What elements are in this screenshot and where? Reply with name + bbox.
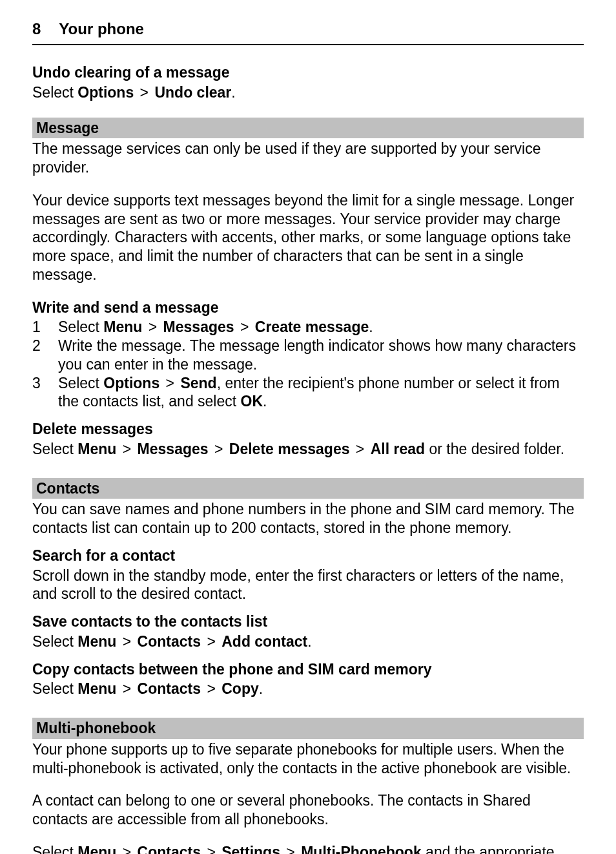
text: Select bbox=[32, 84, 77, 101]
text-message-p2: Your device supports text messages beyon… bbox=[32, 191, 584, 284]
label-menu: Menu bbox=[77, 844, 116, 854]
text-message-p1: The message services can only be used if… bbox=[32, 140, 584, 177]
text-save-contacts: Select Menu > Contacts > Add contact. bbox=[32, 632, 584, 651]
separator-gt: > bbox=[116, 441, 137, 457]
label-create-message: Create message bbox=[255, 318, 369, 335]
separator-gt: > bbox=[116, 680, 137, 697]
label-contacts: Contacts bbox=[138, 844, 201, 854]
list-number: 2 bbox=[32, 337, 58, 355]
list-item: 3 Select Options > Send, enter the recip… bbox=[32, 374, 584, 411]
heading-save-contacts: Save contacts to the contacts list bbox=[32, 612, 584, 631]
label-delete-messages: Delete messages bbox=[229, 441, 350, 457]
label-menu: Menu bbox=[77, 680, 116, 697]
heading-delete-messages: Delete messages bbox=[32, 420, 584, 439]
text-search-contact: Scroll down in the standby mode, enter t… bbox=[32, 567, 584, 604]
heading-write-send: Write and send a message bbox=[32, 298, 584, 317]
text: . bbox=[231, 84, 235, 101]
separator-gt: > bbox=[201, 680, 221, 697]
text: . bbox=[369, 318, 373, 335]
separator-gt: > bbox=[142, 318, 163, 335]
ordered-list-write: 1 Select Menu > Messages > Create messag… bbox=[32, 318, 584, 411]
text: . bbox=[259, 680, 263, 697]
separator-gt: > bbox=[234, 318, 255, 335]
label-messages: Messages bbox=[163, 318, 234, 335]
text: Select bbox=[32, 844, 77, 854]
text-copy-contacts: Select Menu > Contacts > Copy. bbox=[32, 680, 584, 698]
text: Select bbox=[32, 680, 77, 697]
text: or the desired folder. bbox=[425, 441, 564, 457]
text-multi-select: Select Menu > Contacts > Settings > Mult… bbox=[32, 843, 584, 854]
separator-gt: > bbox=[116, 844, 137, 854]
text-delete-steps: Select Menu > Messages > Delete messages… bbox=[32, 440, 584, 459]
text: Select bbox=[32, 633, 77, 650]
list-body: Select Options > Send, enter the recipie… bbox=[58, 374, 584, 411]
label-send: Send bbox=[180, 375, 216, 391]
text: Select bbox=[58, 375, 103, 391]
label-contacts: Contacts bbox=[138, 633, 201, 650]
label-ok: OK bbox=[241, 393, 263, 410]
separator-gt: > bbox=[280, 844, 301, 854]
section-bar-contacts: Contacts bbox=[32, 478, 584, 499]
text: Select bbox=[32, 441, 77, 457]
separator-gt: > bbox=[159, 375, 180, 391]
separator-gt: > bbox=[134, 84, 154, 101]
list-item: 2 Write the message. The message length … bbox=[32, 337, 584, 374]
label-copy: Copy bbox=[221, 680, 259, 697]
label-menu: Menu bbox=[103, 318, 142, 335]
section-bar-multiphonebook: Multi-phonebook bbox=[32, 718, 584, 739]
text: . bbox=[307, 633, 311, 650]
text-undo-steps: Select Options > Undo clear. bbox=[32, 83, 584, 102]
label-options: Options bbox=[103, 375, 159, 391]
list-number: 3 bbox=[32, 374, 58, 393]
label-contacts: Contacts bbox=[138, 680, 201, 697]
label-multi-phonebook: Multi-Phonebook bbox=[301, 844, 422, 854]
text: Select bbox=[58, 318, 103, 335]
list-number: 1 bbox=[32, 318, 58, 337]
label-options: Options bbox=[77, 84, 134, 101]
label-messages: Messages bbox=[138, 441, 209, 457]
page-header: 8 Your phone bbox=[32, 19, 584, 45]
text: . bbox=[263, 393, 267, 410]
heading-search-contact: Search for a contact bbox=[32, 547, 584, 565]
list-body: Write the message. The message length in… bbox=[58, 337, 584, 374]
page-title: Your phone bbox=[59, 19, 144, 39]
label-add-contact: Add contact bbox=[221, 633, 307, 650]
label-all-read: All read bbox=[371, 441, 425, 457]
section-bar-message: Message bbox=[32, 118, 584, 139]
label-undo-clear: Undo clear bbox=[154, 84, 231, 101]
label-menu: Menu bbox=[77, 633, 116, 650]
label-menu: Menu bbox=[77, 441, 116, 457]
text-contacts-p1: You can save names and phone numbers in … bbox=[32, 500, 584, 537]
separator-gt: > bbox=[201, 633, 221, 650]
text-multi-p1: Your phone supports up to five separate … bbox=[32, 740, 584, 778]
separator-gt: > bbox=[201, 844, 221, 854]
separator-gt: > bbox=[349, 441, 370, 457]
list-item: 1 Select Menu > Messages > Create messag… bbox=[32, 318, 584, 337]
list-body: Select Menu > Messages > Create message. bbox=[58, 318, 584, 337]
label-settings: Settings bbox=[221, 844, 280, 854]
heading-copy-contacts: Copy contacts between the phone and SIM … bbox=[32, 660, 584, 679]
page-number: 8 bbox=[32, 19, 41, 39]
heading-undo: Undo clearing of a message bbox=[32, 63, 584, 82]
text-multi-p2: A contact can belong to one or several p… bbox=[32, 791, 584, 829]
section-undo: Undo clearing of a message Select Option… bbox=[32, 63, 584, 102]
separator-gt: > bbox=[209, 441, 229, 457]
separator-gt: > bbox=[116, 633, 137, 650]
